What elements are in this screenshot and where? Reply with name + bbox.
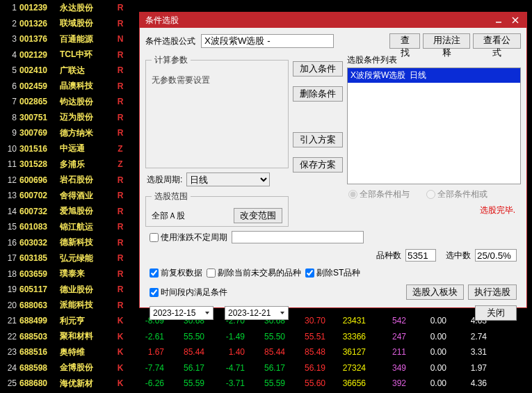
change-scope-button[interactable]: 改变范围 — [234, 208, 282, 223]
date-from[interactable]: 2023-12-15 — [150, 306, 213, 320]
table-row[interactable]: 24 688598 金博股份 K-7.7456.17-4.7156.1756.1… — [0, 360, 532, 376]
run-button[interactable]: 执行选股 — [468, 284, 517, 300]
stock-code: 688503 — [19, 332, 60, 342]
chk-exclude-nontrade[interactable]: 剔除当前未交易的品种 — [207, 267, 301, 279]
data-cell: 211 — [370, 347, 410, 357]
data-cell: 0.00 — [410, 363, 451, 373]
stock-flag: K — [113, 347, 128, 357]
dialog-title: 条件选股 — [143, 15, 490, 26]
row-index: 13 — [0, 191, 19, 200]
data-cell: 56.19 — [289, 363, 330, 373]
add-condition-button[interactable]: 加入条件 — [293, 61, 343, 77]
condition-list-label: 选股条件列表 — [347, 54, 521, 66]
chk-exclude-st[interactable]: 剔除ST品种 — [305, 267, 360, 279]
date-to[interactable]: 2023-12-21 — [225, 306, 289, 320]
data-cell: 4.36 — [451, 378, 491, 388]
row-index: 23 — [0, 347, 19, 357]
chk-adjprice[interactable]: 前复权数据 — [150, 267, 202, 279]
table-row[interactable]: 25 688680 海优新材 K-6.2655.59-3.7155.5955.6… — [0, 376, 532, 392]
stock-name: 钧达股份 — [60, 96, 113, 108]
radio-or[interactable]: 全部条件相或 — [426, 189, 487, 200]
row-index: 2 — [0, 19, 19, 29]
row-index: 25 — [0, 378, 19, 388]
data-cell: 0.00 — [410, 332, 451, 342]
stock-code: 301528 — [19, 159, 60, 169]
minimize-button[interactable] — [490, 14, 507, 26]
row-index: 12 — [0, 175, 19, 185]
status-text: 选股完毕. — [347, 204, 515, 216]
stock-flag: K — [113, 363, 128, 373]
data-cell: 55.59 — [168, 378, 209, 388]
varieties-label: 品种数 — [376, 250, 401, 262]
cycle-input[interactable] — [232, 231, 364, 243]
stock-code: 300769 — [19, 128, 60, 138]
table-row[interactable]: 23 688516 奥特维 K1.6785.441.4085.4485.4836… — [0, 344, 532, 360]
no-params-text: 无参数需要设置 — [152, 74, 282, 86]
stock-name: 舍得酒业 — [60, 190, 113, 202]
stock-code: 688063 — [19, 300, 60, 310]
date-sep: - — [218, 308, 220, 318]
formula-input[interactable] — [201, 34, 334, 48]
search-button[interactable]: 查找 — [389, 33, 419, 49]
hits-input[interactable] — [475, 249, 517, 262]
stock-flag: R — [113, 65, 128, 75]
data-cell: 0.00 — [410, 378, 451, 388]
stock-flag: R — [113, 207, 128, 216]
data-cell: -2.61 — [128, 332, 168, 342]
stock-flag: R — [113, 253, 128, 263]
data-cell: 349 — [370, 363, 410, 373]
stock-code: 605117 — [19, 284, 60, 294]
to-plate-button[interactable]: 选股入板块 — [406, 284, 464, 300]
data-cell: -4.71 — [209, 363, 249, 373]
varieties-input[interactable] — [405, 249, 436, 262]
close-dialog-button[interactable]: 关闭 — [475, 305, 517, 321]
row-index: 4 — [0, 50, 19, 60]
data-cell: 1.97 — [451, 363, 491, 373]
stock-flag: N — [113, 34, 128, 44]
data-cell: 1.67 — [128, 347, 168, 357]
chk-timerange[interactable]: 时间段内满足条件 — [150, 287, 227, 298]
stock-flag: R — [113, 238, 128, 248]
period-select[interactable]: 日线 — [186, 173, 270, 186]
row-index: 20 — [0, 300, 19, 310]
stock-flag: R — [113, 81, 128, 91]
data-cell: 55.59 — [249, 378, 289, 388]
stock-name: 派能科技 — [60, 299, 113, 311]
stock-name: 晶澳科技 — [60, 80, 113, 92]
stock-flag: K — [113, 332, 128, 342]
stock-code: 600732 — [19, 207, 60, 216]
data-cell: -3.71 — [209, 378, 249, 388]
list-item[interactable]: X波段紫W选股日线 — [348, 68, 520, 83]
delete-condition-button[interactable]: 删除条件 — [293, 86, 343, 102]
close-button[interactable] — [507, 14, 524, 26]
cycle-checkbox[interactable]: 使用涨跌不定周期 — [150, 232, 227, 243]
stock-flag: R — [113, 50, 128, 60]
data-cell: 56.17 — [168, 363, 209, 373]
data-cell: 392 — [370, 378, 410, 388]
data-cell: 85.44 — [168, 347, 209, 357]
row-index: 7 — [0, 97, 19, 106]
data-cell: -7.74 — [128, 363, 168, 373]
stock-code: 688499 — [19, 316, 60, 326]
stock-name: 百通能源 — [60, 33, 113, 45]
import-plan-button[interactable]: 引入方案 — [293, 132, 343, 147]
row-index: 10 — [0, 144, 19, 154]
stock-name: 利元亨 — [60, 315, 113, 327]
stock-name: TCL中环 — [60, 49, 113, 61]
usage-button[interactable]: 用法注释 — [423, 33, 471, 49]
row-index: 16 — [0, 238, 19, 248]
view-formula-button[interactable]: 查看公式 — [473, 33, 521, 49]
row-index: 9 — [0, 128, 19, 138]
stock-flag: R — [113, 3, 128, 13]
row-index: 15 — [0, 222, 19, 232]
row-index: 21 — [0, 316, 19, 326]
hits-label: 选中数 — [446, 250, 471, 262]
scope-legend: 选股范围 — [152, 191, 191, 202]
stock-code: 300751 — [19, 113, 60, 122]
save-plan-button[interactable]: 保存方案 — [293, 157, 343, 173]
row-index: 5 — [0, 65, 19, 75]
condition-listbox[interactable]: X波段紫W选股日线 — [347, 67, 521, 184]
radio-and[interactable]: 全部条件相与 — [348, 189, 410, 200]
titlebar[interactable]: 条件选股 — [140, 13, 526, 28]
stock-name: 广联达 — [60, 65, 113, 77]
